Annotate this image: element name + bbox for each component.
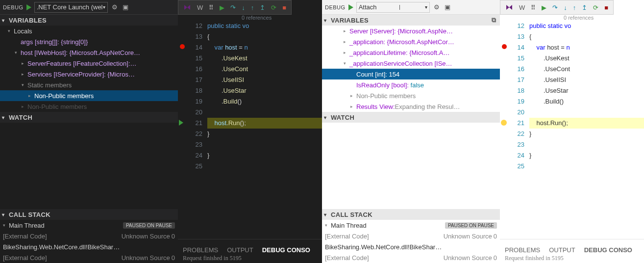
- step-back-icon[interactable]: ↥: [582, 4, 587, 11]
- config-name: Attach: [359, 3, 377, 11]
- code-editor[interactable]: 12 13 14 15 16 17 18 19 20 21 22 23 24 2…: [500, 21, 644, 239]
- gear-icon[interactable]: ⚙: [111, 3, 119, 11]
- tab-output[interactable]: OUTPUT: [227, 246, 253, 254]
- tab-problems[interactable]: PROBLEMS: [505, 246, 540, 254]
- stack-frame[interactable]: [External Code]Unknown Source 0: [322, 252, 500, 263]
- restart-icon[interactable]: ⟳: [271, 4, 276, 11]
- var-row[interactable]: IsReadOnly [bool]: false: [322, 79, 500, 90]
- window-label: W: [519, 4, 525, 11]
- chevron-down-icon: ▾: [103, 4, 105, 10]
- restart-icon[interactable]: ⟳: [593, 4, 598, 11]
- console-output: Request finished in 5195: [500, 254, 644, 263]
- codelens[interactable]: 0 references: [178, 15, 322, 21]
- code-body[interactable]: public static vo { var host = n .UseKest…: [529, 21, 644, 239]
- callstack-header[interactable]: ▾CALL STACK: [322, 209, 500, 220]
- step-back-icon[interactable]: ↥: [260, 4, 265, 11]
- collapse-icon[interactable]: ⧉: [490, 16, 498, 24]
- config-dropdown[interactable]: .NET Core Launch (wel ▾: [34, 2, 108, 13]
- step-over-icon[interactable]: ↷: [552, 4, 558, 11]
- chevron-down-icon: ▾: [425, 4, 427, 10]
- debug-run-toolbar: W ⠿ ▶ ↷ ↓ ↑ ↥ ⟳ ■: [178, 0, 292, 15]
- twisty-icon: ▾: [2, 115, 8, 120]
- twisty-icon: ▾: [324, 212, 330, 217]
- step-into-icon[interactable]: ↓: [564, 4, 567, 11]
- stack-frame[interactable]: [External Code]Unknown Source 0: [322, 231, 500, 241]
- code-editor[interactable]: 12 13 14 15 16 17 18 19 20 21 22 23 24 2…: [178, 21, 322, 239]
- stack-frame[interactable]: BikeSharing.Web.NetCore.dll!BikeShar…: [0, 241, 178, 252]
- twisty-icon: ▾: [324, 18, 330, 23]
- continue-icon[interactable]: ▶: [542, 4, 546, 11]
- tab-problems[interactable]: PROBLEMS: [183, 246, 218, 254]
- thread-row[interactable]: ▾Main ThreadPAUSED ON PAUSE: [0, 220, 178, 231]
- pause-badge: PAUSED ON PAUSE: [123, 222, 175, 229]
- callstack-header[interactable]: ▾CALL STACK: [0, 209, 178, 220]
- tab-debug-console[interactable]: DEBUG CONSO: [262, 246, 310, 254]
- var-row[interactable]: ▸Services [IServiceProvider]: {Micros…: [0, 69, 178, 79]
- panel-tabs: PROBLEMS OUTPUT DEBUG CONSO: [178, 239, 322, 254]
- step-out-icon[interactable]: ↑: [573, 4, 576, 11]
- var-row[interactable]: ▾host [IWebHost]: {Microsoft.AspNetCore…: [0, 47, 178, 58]
- variables-header[interactable]: ▾VARIABLES: [0, 15, 178, 26]
- twisty-icon: ▾: [2, 18, 8, 23]
- code-body[interactable]: public static vo { var host = n .UseKest…: [207, 21, 322, 239]
- var-row[interactable]: ▸ServerFeatures [IFeatureCollection]:…: [0, 58, 178, 69]
- codelens[interactable]: 0 references: [500, 15, 644, 21]
- console-icon[interactable]: ▣: [444, 3, 451, 11]
- twisty-icon: ▾: [324, 115, 330, 120]
- locals-scope[interactable]: ▾Locals: [0, 26, 178, 36]
- grip-icon[interactable]: ⠿: [209, 4, 214, 11]
- start-debug-icon[interactable]: [26, 4, 31, 10]
- lightbulb-icon[interactable]: [501, 120, 507, 126]
- config-name: .NET Core Launch (wel: [37, 3, 103, 11]
- twisty-icon: ▾: [3, 223, 9, 228]
- stop-icon[interactable]: ■: [604, 4, 608, 11]
- debug-toolbar: DEBUG .NET Core Launch (wel ▾ ⚙ ▣: [0, 0, 178, 15]
- stop-icon[interactable]: ■: [282, 4, 286, 11]
- twisty-icon: ▸: [350, 93, 356, 98]
- callstack-body: ▾Main ThreadPAUSED ON PAUSE [External Co…: [322, 220, 500, 263]
- stack-frame[interactable]: [External Code]Unknown Source 0: [0, 231, 178, 241]
- step-into-icon[interactable]: ↓: [242, 4, 245, 11]
- twisty-icon: ▾: [15, 50, 21, 55]
- debug-label: DEBUG: [3, 4, 24, 10]
- config-dropdown[interactable]: Attach | ▾: [356, 2, 430, 13]
- variables-header[interactable]: ▾VARIABLES⧉: [322, 15, 500, 26]
- debug-toolbar: DEBUG Attach | ▾ ⚙ ▣: [322, 0, 500, 15]
- var-row[interactable]: ▸Non-Public members: [0, 101, 178, 112]
- watch-header[interactable]: ▾WATCH: [322, 112, 500, 123]
- step-over-icon[interactable]: ↷: [230, 4, 236, 11]
- twisty-icon: ▸: [22, 72, 27, 77]
- breakpoint-icon[interactable]: [180, 44, 185, 49]
- current-line-icon: [179, 120, 183, 126]
- var-row-selected[interactable]: ▸Non-Public members: [0, 90, 178, 101]
- var-row[interactable]: ▸Non-Public members: [322, 90, 500, 101]
- var-row[interactable]: ▸_application: {Microsoft.AspNetCor…: [322, 36, 500, 47]
- tab-output[interactable]: OUTPUT: [549, 246, 575, 254]
- var-row[interactable]: ▾Static members: [0, 79, 178, 90]
- stack-frame[interactable]: [External Code]Unknown Source 0: [0, 252, 178, 263]
- var-row-selected[interactable]: Count [int]: 154: [322, 69, 500, 79]
- var-row[interactable]: args [string[]]: {string[0]}: [0, 36, 178, 47]
- variables-body: ▸Server [IServer]: {Microsoft.AspNe… ▸_a…: [322, 26, 500, 112]
- thread-row[interactable]: ▾Main ThreadPAUSED ON PAUSE: [322, 220, 500, 231]
- twisty-icon: ▸: [344, 28, 349, 33]
- divider: |: [399, 4, 400, 10]
- vs-logo-icon: [505, 3, 513, 11]
- var-row[interactable]: ▸_applicationLifetime: {Microsoft.A…: [322, 47, 500, 58]
- twisty-icon: ▾: [325, 223, 331, 228]
- var-row[interactable]: ▾_applicationServiceCollection [ISe…: [322, 58, 500, 69]
- var-row[interactable]: ▸Results View: Expanding the Resul…: [322, 101, 500, 112]
- watch-header[interactable]: ▾WATCH: [0, 112, 178, 123]
- start-debug-icon[interactable]: [348, 4, 353, 10]
- twisty-icon: ▸: [344, 39, 349, 44]
- console-icon[interactable]: ▣: [122, 3, 129, 11]
- breakpoint-icon[interactable]: [502, 44, 507, 49]
- callstack-body: ▾Main ThreadPAUSED ON PAUSE [External Co…: [0, 220, 178, 263]
- stack-frame[interactable]: BikeSharing.Web.NetCore.dll!BikeShar…: [322, 241, 500, 252]
- step-out-icon[interactable]: ↑: [251, 4, 254, 11]
- gear-icon[interactable]: ⚙: [433, 3, 441, 11]
- tab-debug-console[interactable]: DEBUG CONSO: [584, 246, 632, 254]
- var-row[interactable]: ▸Server [IServer]: {Microsoft.AspNe…: [322, 26, 500, 36]
- grip-icon[interactable]: ⠿: [531, 4, 536, 11]
- continue-icon[interactable]: ▶: [220, 4, 224, 11]
